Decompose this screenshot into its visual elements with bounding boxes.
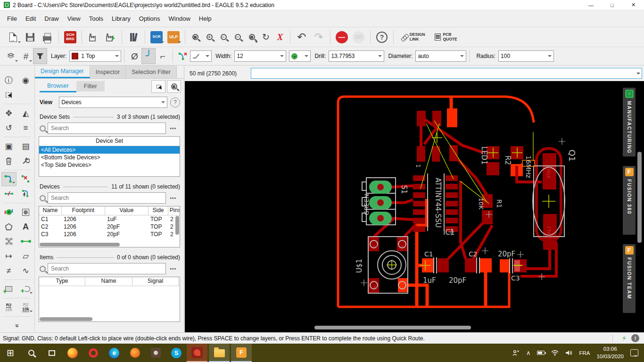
action-center-icon[interactable]: [630, 349, 638, 356]
help-button[interactable]: ?: [373, 29, 390, 45]
label-s1[interactable]: S1: [400, 185, 408, 194]
via-shape-select[interactable]: [289, 50, 311, 62]
select-mode-button[interactable]: [151, 80, 165, 93]
bend-round-button[interactable]: ╯: [141, 48, 156, 64]
open-document-button[interactable]: [5, 29, 22, 45]
via-tool[interactable]: [1, 205, 17, 219]
bend-miter-button[interactable]: ⌐: [156, 48, 170, 64]
label-tool[interactable]: ↦: [1, 249, 17, 263]
command-history-caret[interactable]: [636, 73, 640, 76]
zoom-out-button[interactable]: −: [216, 29, 231, 45]
taskbar-clock[interactable]: 03:06 10/03/2020: [596, 346, 624, 360]
people-icon[interactable]: [512, 350, 520, 356]
col-value[interactable]: Value: [105, 206, 149, 215]
tab-design-manager[interactable]: Design Manager: [35, 66, 90, 78]
filter-button[interactable]: [33, 48, 47, 64]
info-tool[interactable]: ⓘ: [1, 73, 17, 87]
fusion-team-tab[interactable]: F FUSION TEAM: [623, 244, 636, 313]
pcb-board-drawing[interactable]: 1 ATTINY44-SSU IC1 S1 GREEN U$1 LED1 R2 …: [185, 81, 644, 332]
menu-help[interactable]: Help: [195, 13, 216, 25]
label-c1[interactable]: C1: [424, 250, 433, 258]
col-item-name[interactable]: Name: [85, 277, 132, 286]
devices-search-input[interactable]: [50, 194, 164, 202]
split-tool[interactable]: [1, 187, 17, 201]
command-input[interactable]: [251, 68, 642, 79]
device-row-c2[interactable]: C2 1206 20pF TOP 2: [39, 223, 180, 230]
device-set-column-header[interactable]: ˆDevice Set: [39, 137, 180, 146]
through-hole-pads[interactable]: [369, 181, 392, 225]
route-tool[interactable]: [1, 172, 17, 186]
items-search-input[interactable]: [50, 265, 164, 272]
width-select[interactable]: 12: [234, 50, 286, 62]
devices-horizontal-scrollbar[interactable]: [40, 243, 120, 247]
label-c2[interactable]: C2: [469, 250, 478, 258]
devices-search-options-button[interactable]: [40, 195, 46, 201]
taskbar-app-dark[interactable]: [145, 344, 166, 362]
quick-route-tool[interactable]: [18, 187, 33, 201]
change-tool[interactable]: [18, 154, 33, 168]
bend-none-button[interactable]: Ø: [127, 48, 141, 64]
zoom-redraw-button[interactable]: −: [231, 29, 245, 45]
wire-style-select[interactable]: [190, 50, 212, 62]
taskbar-fusion-360[interactable]: F: [231, 344, 252, 362]
design-link-button[interactable]: DESIGNLINK: [396, 29, 429, 45]
menu-edit[interactable]: Edit: [21, 13, 40, 25]
device-set-row-all[interactable]: <All Devices>: [39, 146, 180, 154]
diameter-select[interactable]: auto: [415, 50, 466, 62]
label-c2-value[interactable]: 20pF: [449, 276, 466, 285]
value-tool[interactable]: R210k: [18, 300, 33, 314]
region-tool[interactable]: ▱: [18, 249, 33, 263]
library-manager-button[interactable]: [125, 29, 142, 45]
devices-vertical-scrollbar[interactable]: [175, 216, 179, 235]
items-horizontal-scrollbar[interactable]: [40, 317, 92, 321]
device-set-row-top[interactable]: <Top Side Devices>: [39, 161, 180, 169]
menu-tools[interactable]: Tools: [85, 13, 107, 25]
view-help-button[interactable]: ?: [170, 98, 180, 107]
zoom-select-button[interactable]: [245, 29, 259, 45]
label-u1[interactable]: U$1: [355, 259, 363, 273]
label-q1[interactable]: Q1: [567, 149, 577, 162]
taskbar-eagle[interactable]: [187, 344, 207, 362]
undo-button[interactable]: ↶: [293, 29, 310, 45]
menu-view[interactable]: View: [63, 13, 85, 25]
label-c3[interactable]: C3: [511, 274, 520, 282]
text-tool[interactable]: A: [18, 220, 33, 234]
label-c3-value[interactable]: 20pF: [498, 250, 515, 258]
view-select[interactable]: Devices: [59, 97, 167, 108]
volume-icon[interactable]: [565, 350, 573, 356]
close-button[interactable]: ✕: [623, 0, 644, 10]
label-green[interactable]: GREEN: [363, 194, 370, 215]
add-part-tool[interactable]: [1, 282, 17, 296]
tab-inspector[interactable]: Inspector: [90, 66, 126, 78]
route-options-button[interactable]: [176, 48, 190, 64]
cam-output-button[interactable]: [102, 29, 119, 45]
collapse-palette-button[interactable]: »: [10, 319, 25, 333]
redo-button[interactable]: ↷: [310, 29, 327, 45]
stop-button[interactable]: —: [333, 29, 350, 45]
canvas-vertical-scrollbar[interactable]: [637, 152, 642, 243]
device-sets-more-button[interactable]: •••: [166, 126, 180, 131]
device-row-c3[interactable]: C3 1206 20pF TOP 2: [39, 230, 180, 238]
start-button[interactable]: ⊞: [0, 344, 21, 362]
grid-button[interactable]: #: [19, 48, 33, 64]
taskbar-app-orange[interactable]: [124, 344, 145, 362]
col-footprint[interactable]: Footprint: [62, 206, 105, 215]
tab-selection-filter[interactable]: Selection Filter: [126, 66, 177, 78]
delete-tool[interactable]: [1, 154, 17, 168]
label-crystal-value[interactable]: 16MHz: [525, 156, 532, 178]
rotate-tool[interactable]: ↺: [1, 121, 17, 135]
circle-tool[interactable]: [18, 205, 33, 219]
align-tool[interactable]: ≡: [18, 121, 33, 135]
label-r2[interactable]: R2: [504, 156, 512, 165]
layer-select[interactable]: 1 Top: [69, 50, 121, 62]
label-pin1[interactable]: 1: [415, 164, 421, 168]
device-sets-search-input[interactable]: [50, 124, 164, 132]
pcb-canvas[interactable]: 1 ATTINY44-SSU IC1 S1 GREEN U$1 LED1 R2 …: [185, 81, 644, 332]
polygon-tool[interactable]: [1, 220, 17, 234]
menu-file[interactable]: File: [3, 13, 21, 25]
copy-tool[interactable]: ▣: [1, 139, 17, 153]
dimension-tool[interactable]: ≠: [1, 263, 17, 278]
signal-tool[interactable]: [1, 234, 17, 248]
pcb-quote-button[interactable]: PCBQUOTE: [429, 29, 462, 45]
label-pad3[interactable]: 3: [372, 245, 378, 248]
